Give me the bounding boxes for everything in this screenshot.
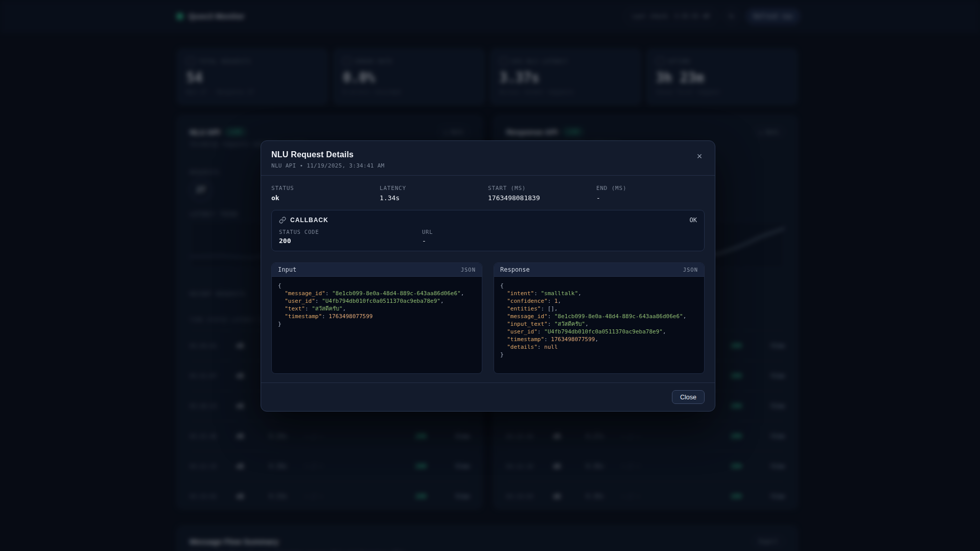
callback-section: CALLBACK OK STATUS CODE 200 URL - bbox=[271, 210, 705, 251]
summary-status: STATUS ok bbox=[271, 185, 380, 202]
payload-panels: Input JSON { "message_id": "8e1cb099-8e0… bbox=[271, 262, 705, 374]
callback-title: CALLBACK bbox=[290, 217, 329, 224]
status-value: ok bbox=[271, 194, 380, 202]
nlu-request-details-modal: NLU Request Details NLU API • 11/19/2025… bbox=[261, 140, 715, 412]
modal-subtitle: NLU API • 11/19/2025, 3:34:41 AM bbox=[271, 162, 705, 169]
input-panel: Input JSON { "message_id": "8e1cb099-8e0… bbox=[271, 262, 482, 374]
request-summary: STATUS ok LATENCY 1.34s START (MS) 17634… bbox=[261, 176, 715, 202]
summary-start-ms: START (MS) 1763498081839 bbox=[488, 185, 596, 202]
response-panel-title: Response bbox=[500, 266, 530, 273]
url-value: - bbox=[422, 237, 433, 245]
close-icon[interactable]: × bbox=[692, 149, 707, 163]
json-badge: JSON bbox=[461, 267, 476, 273]
input-json-code: { "message_id": "8e1cb099-8e0a-48d4-889c… bbox=[272, 277, 482, 333]
start-ms-value: 1763498081839 bbox=[488, 194, 596, 202]
status-code-value: 200 bbox=[279, 237, 422, 245]
callback-url: URL - bbox=[422, 229, 433, 245]
response-panel: Response JSON { "intent": "smalltalk", "… bbox=[494, 262, 705, 374]
input-panel-title: Input bbox=[278, 266, 296, 273]
callback-status-code: STATUS CODE 200 bbox=[279, 229, 422, 245]
json-badge: JSON bbox=[683, 267, 698, 273]
end-ms-value: - bbox=[596, 194, 705, 202]
summary-latency: LATENCY 1.34s bbox=[380, 185, 488, 202]
modal-footer: Close bbox=[261, 382, 715, 411]
close-button[interactable]: Close bbox=[672, 390, 705, 404]
latency-value: 1.34s bbox=[380, 194, 488, 202]
callback-result: OK bbox=[690, 217, 697, 224]
link-icon bbox=[279, 217, 286, 224]
modal-header: NLU Request Details NLU API • 11/19/2025… bbox=[261, 141, 715, 176]
summary-end-ms: END (MS) - bbox=[596, 185, 705, 202]
modal-title: NLU Request Details bbox=[271, 150, 705, 159]
response-json-code: { "intent": "smalltalk", "confidence": 1… bbox=[494, 277, 704, 364]
